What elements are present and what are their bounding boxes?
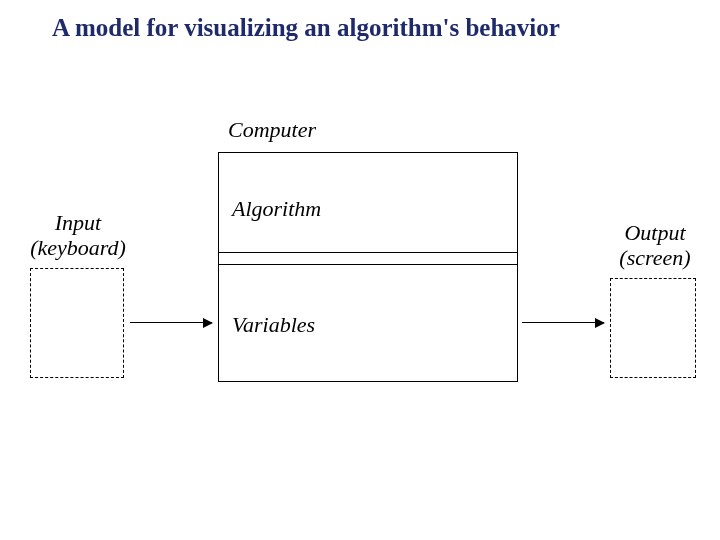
output-box: [610, 278, 696, 378]
arrow-output: [522, 322, 604, 323]
arrow-input: [130, 322, 212, 323]
input-label-line2: (keyboard): [18, 235, 138, 260]
computer-box: [218, 152, 518, 382]
divider-line: [218, 264, 518, 265]
input-label-line1: Input: [18, 210, 138, 235]
input-label: Input (keyboard): [18, 210, 138, 261]
output-label-line1: Output: [600, 220, 710, 245]
variables-label: Variables: [232, 312, 315, 338]
output-label: Output (screen): [600, 220, 710, 271]
computer-label: Computer: [228, 117, 316, 143]
algorithm-label: Algorithm: [232, 196, 321, 222]
input-box: [30, 268, 124, 378]
page-title: A model for visualizing an algorithm's b…: [52, 14, 560, 42]
output-label-line2: (screen): [600, 245, 710, 270]
computer-divider: [218, 252, 518, 253]
